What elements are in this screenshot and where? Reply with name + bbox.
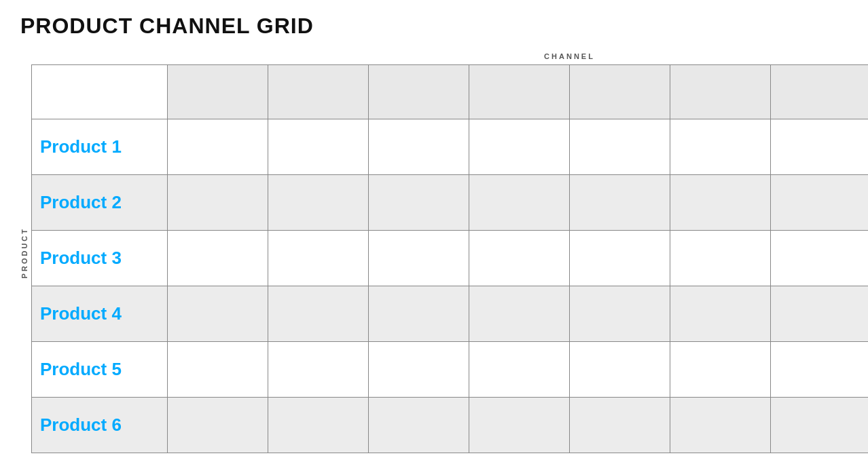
table-row: Product 6: [32, 398, 869, 453]
header-product-cell: [32, 65, 168, 119]
data-cell-r3-c3: [369, 231, 469, 286]
product-label-3: Product 3: [40, 248, 122, 268]
grid-wrapper: PRODUCT CHANNEL Prod: [20, 52, 848, 453]
header-col-2: [268, 65, 369, 119]
data-cell-r1-c7: [771, 119, 869, 175]
product-cell-5: Product 5: [32, 342, 168, 398]
header-col-4: [469, 65, 570, 119]
table-row: Product 2: [32, 175, 869, 231]
data-cell-r5-c4: [469, 342, 570, 398]
product-cell-4: Product 4: [32, 286, 168, 342]
y-axis-label: PRODUCT: [20, 227, 29, 278]
product-label-5: Product 5: [40, 359, 122, 379]
product-label-6: Product 6: [40, 415, 122, 435]
data-cell-r4-c6: [670, 286, 771, 342]
channel-label-text: CHANNEL: [167, 52, 868, 63]
data-cell-r1-c6: [670, 119, 771, 175]
data-cell-r2-c3: [369, 175, 469, 231]
data-cell-r3-c7: [771, 231, 869, 286]
data-cell-r4-c7: [771, 286, 869, 342]
channel-label-row: CHANNEL: [31, 52, 868, 63]
data-cell-r6-c2: [268, 398, 369, 453]
data-cell-r6-c4: [469, 398, 570, 453]
data-cell-r6-c3: [369, 398, 469, 453]
grid-table: Product 1Product 2Product 3Product 4Prod…: [31, 64, 868, 453]
data-cell-r1-c5: [570, 119, 670, 175]
data-cell-r3-c5: [570, 231, 670, 286]
data-cell-r2-c5: [570, 175, 670, 231]
data-cell-r3-c2: [268, 231, 369, 286]
data-cell-r3-c6: [670, 231, 771, 286]
table-row: Product 1: [32, 119, 869, 175]
table-row: Product 5: [32, 342, 869, 398]
header-col-5: [570, 65, 670, 119]
grid-body: Product 1Product 2Product 3Product 4Prod…: [32, 119, 869, 453]
data-cell-r1-c4: [469, 119, 570, 175]
data-cell-r1-c3: [369, 119, 469, 175]
data-cell-r2-c7: [771, 175, 869, 231]
data-cell-r4-c5: [570, 286, 670, 342]
data-cell-r2-c2: [268, 175, 369, 231]
header-row: [32, 65, 869, 119]
product-label-1: Product 1: [40, 136, 122, 157]
data-cell-r4-c2: [268, 286, 369, 342]
data-cell-r2-c1: [168, 175, 268, 231]
product-label-2: Product 2: [40, 192, 122, 212]
product-cell-6: Product 6: [32, 398, 168, 453]
data-cell-r5-c6: [670, 342, 771, 398]
product-label-4: Product 4: [40, 303, 122, 324]
data-cell-r6-c5: [570, 398, 670, 453]
data-cell-r2-c6: [670, 175, 771, 231]
page-title: PRODUCT CHANNEL GRID: [20, 14, 848, 39]
header-col-7: [771, 65, 869, 119]
data-cell-r1-c2: [268, 119, 369, 175]
data-cell-r3-c4: [469, 231, 570, 286]
data-cell-r3-c1: [168, 231, 268, 286]
data-cell-r4-c3: [369, 286, 469, 342]
y-axis-wrapper: PRODUCT: [20, 52, 29, 453]
table-row: Product 3: [32, 231, 869, 286]
data-cell-r5-c3: [369, 342, 469, 398]
table-row: Product 4: [32, 286, 869, 342]
data-cell-r5-c2: [268, 342, 369, 398]
data-cell-r2-c4: [469, 175, 570, 231]
product-cell-1: Product 1: [32, 119, 168, 175]
data-cell-r6-c6: [670, 398, 771, 453]
data-cell-r4-c4: [469, 286, 570, 342]
header-col-6: [670, 65, 771, 119]
data-cell-r5-c7: [771, 342, 869, 398]
header-col-3: [369, 65, 469, 119]
header-col-1: [168, 65, 268, 119]
data-cell-r1-c1: [168, 119, 268, 175]
data-cell-r6-c1: [168, 398, 268, 453]
product-cell-2: Product 2: [32, 175, 168, 231]
table-container: CHANNEL Product 1Product 2Product 3Produ…: [31, 52, 868, 453]
data-cell-r5-c5: [570, 342, 670, 398]
product-cell-3: Product 3: [32, 231, 168, 286]
data-cell-r6-c7: [771, 398, 869, 453]
data-cell-r4-c1: [168, 286, 268, 342]
data-cell-r5-c1: [168, 342, 268, 398]
channel-label-spacer: [31, 52, 167, 63]
